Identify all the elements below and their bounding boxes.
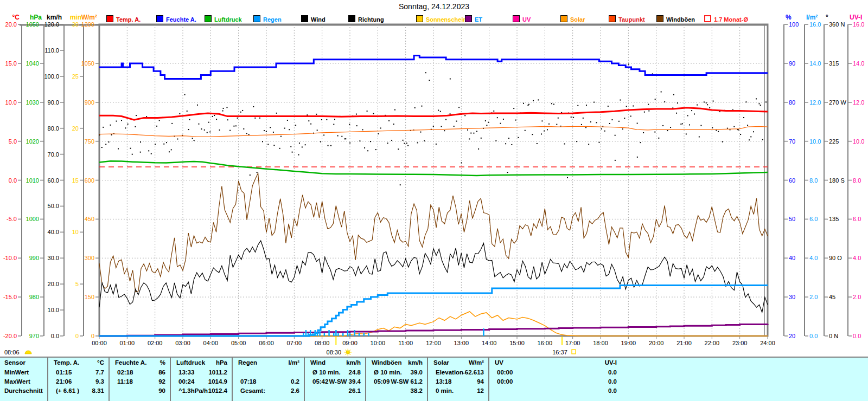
- axis-tick-label: 30: [789, 294, 795, 300]
- axis-tick-label: 12.0: [853, 99, 864, 106]
- axis-tick-label: 1010: [26, 177, 39, 184]
- axis-tick-label: 450: [85, 216, 94, 222]
- moon-icon: [25, 351, 31, 354]
- axis-tick-label: 4.0: [809, 255, 818, 261]
- axis-tick-label: 14.0: [809, 60, 821, 67]
- table-cell: 8.31: [92, 387, 104, 394]
- table-cell: 1011.2: [208, 369, 227, 376]
- table-cell: MinWert: [4, 369, 29, 376]
- time-tick-label: 20:00: [649, 340, 664, 346]
- time-tick-label: 10:00: [371, 340, 386, 346]
- axis-tick-label: 5: [75, 281, 79, 287]
- table-cell: (+ 6.61 ): [56, 387, 79, 394]
- table-cell: 07:18: [240, 378, 256, 385]
- table-cell: Solar: [433, 359, 449, 366]
- table-col-feuchte-a-: Feuchte A.%02:188611:189290: [108, 358, 171, 401]
- axis-unit-label: °: [826, 14, 828, 21]
- time-tick-label: 09:00: [342, 340, 358, 346]
- time-axis: 00:0001:0002:0003:0004:0005:0006:0007:00…: [92, 336, 775, 346]
- axis-tick-label: 1020: [26, 138, 39, 145]
- axis-tick-label: 8.0: [853, 177, 861, 184]
- table-cell: Temp. A.: [54, 359, 79, 366]
- axis-unit-label: UV-I: [850, 14, 862, 21]
- table-col-solar: SolarW/m²Elevation-62.61313:18940 min.12: [427, 358, 489, 401]
- sunset-time: 16:37: [552, 349, 567, 355]
- axis-tick-label: 4.0: [853, 255, 861, 261]
- table-cell: 11:18: [117, 378, 133, 385]
- time-tick-label: 11:00: [398, 340, 413, 346]
- time-tick-label: 01:00: [120, 340, 135, 346]
- axis-tick-label: 50.0: [48, 203, 59, 209]
- sun-outline-icon: [572, 350, 576, 354]
- table-col-regen: Regenl/m²07:180.2Gesamt:2.6: [232, 358, 305, 401]
- axis-uv: 16.014.012.010.08.06.04.02.00.0UV-I: [848, 14, 864, 339]
- axis-tick-label: 80: [789, 99, 795, 106]
- axis-tick-label: 90: [789, 60, 795, 67]
- axis-unit-label: l/m²: [806, 14, 818, 21]
- axis-tick-label: 300: [85, 255, 94, 261]
- table-cell: 0.0: [608, 378, 617, 385]
- table-cell: 05:09: [374, 378, 390, 385]
- table-cell: 0.0: [608, 387, 617, 394]
- weather-app-window: Sonntag, 24.12.2023 Temp. A.Feuchte A.Lu…: [0, 0, 868, 401]
- table-cell: 01:15: [56, 369, 72, 376]
- axis-temp: 20.015.010.05.00.0-5.0-10.0-15.0-20.0°C: [3, 14, 22, 339]
- axis-tick-label: 970: [29, 333, 39, 339]
- axis-deg: 360 N315270 W225180 S13590 O450 N°: [824, 14, 846, 339]
- axis-tick-label: 0: [91, 333, 94, 339]
- series-feuchte: [99, 56, 768, 79]
- axis-tick-label: 50: [789, 216, 795, 222]
- axis-tick-label: 6.0: [809, 216, 818, 222]
- axis-tick-label: 15.0: [5, 60, 17, 67]
- table-cell: 0.2: [291, 378, 299, 385]
- time-tick-label: 21:00: [676, 340, 692, 346]
- axis-tick-label: 980: [29, 294, 39, 300]
- table-cell: 1012.4: [208, 387, 227, 394]
- stats-table: SensorMinWertMaxWertDurchschnittTemp. A.…: [0, 357, 868, 401]
- time-tick-label: 06:00: [259, 340, 274, 346]
- table-cell: 2.6: [291, 387, 299, 394]
- axis-tick-label: 16.0: [853, 21, 864, 28]
- table-cell: 24.8: [349, 369, 361, 376]
- time-tick-label: 24:00: [760, 340, 775, 346]
- table-col-uv: UVUV-I00:000.000:000.00.0: [488, 358, 622, 401]
- axis-tick-label: 150: [85, 294, 94, 300]
- table-cell: 05:42: [312, 378, 328, 385]
- table-cell: 9.3: [95, 378, 104, 385]
- axis-tick-label: 60.0: [48, 177, 59, 184]
- weather-chart: 20.015.010.05.00.0-5.0-10.0-15.0-20.0°C1…: [0, 0, 868, 357]
- sunrise-time: 08:30: [327, 349, 342, 355]
- axis-tick-label: 2.0: [853, 294, 861, 300]
- table-cell: 13:18: [436, 378, 451, 385]
- time-tick-label: 12:00: [426, 340, 441, 346]
- axis-unit-label: °C: [12, 14, 20, 21]
- axis-tick-label: 1050: [81, 60, 94, 67]
- axis-tick-label: 110.0: [44, 47, 59, 54]
- axis-tick-label: 10.0: [853, 138, 864, 145]
- table-col-luftdruck: LuftdruckhPa13:331011.200:241014.9^1.3hP…: [170, 358, 233, 401]
- axis-tick-label: 15: [72, 177, 79, 184]
- time-tick-label: 04:00: [203, 340, 219, 346]
- axis-tick-label: 0.0: [853, 333, 861, 339]
- axis-tick-label: 25: [72, 73, 79, 80]
- axis-tick-label: 100.0: [44, 73, 59, 80]
- time-tick-label: 03:00: [175, 340, 190, 346]
- table-cell: Gesamt:: [240, 387, 265, 394]
- axis-unit-label: min: [70, 14, 81, 21]
- table-col-sensor: SensorMinWertMaxWertDurchschnitt: [0, 358, 47, 401]
- table-cell: Luftdruck: [176, 359, 205, 366]
- table-cell: UV: [495, 359, 503, 366]
- time-tick-label: 22:00: [705, 340, 720, 346]
- axis-tick-label: 1050: [26, 21, 39, 28]
- axis-tick-label: 40.0: [48, 229, 59, 235]
- time-tick-label: 17:00: [565, 340, 580, 346]
- axis-tick-label: 0 N: [829, 333, 838, 339]
- axis-tick-label: 70.0: [48, 151, 59, 158]
- axis-tick-label: 225: [829, 138, 839, 145]
- axis-tick-label: 990: [29, 255, 39, 261]
- axis-tick-label: 1000: [26, 216, 39, 222]
- time-tick-label: 23:00: [732, 340, 748, 346]
- table-cell: 26.1: [349, 387, 361, 394]
- axis-tick-label: 60: [789, 177, 795, 184]
- table-cell: %: [160, 359, 165, 366]
